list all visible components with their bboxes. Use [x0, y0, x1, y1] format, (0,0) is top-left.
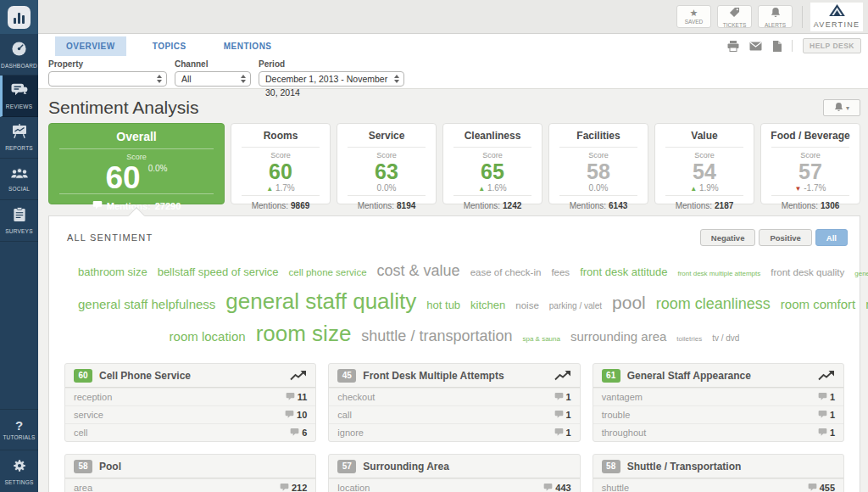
star-icon: ★	[690, 8, 698, 18]
cloud-term[interactable]: cost & value	[377, 262, 460, 279]
topic-card-header[interactable]: 58 Shuttle / Transportation	[593, 455, 843, 478]
score-card-overall[interactable]: Overall Score 60 0.0% Mentions: 27290	[48, 123, 225, 204]
topic-card-header[interactable]: 57 Surrounding Area	[329, 455, 579, 478]
topic-card-header[interactable]: 58 Pool	[65, 455, 315, 478]
score-badge: 61	[602, 369, 620, 383]
brand-logo[interactable]: AVERTINE	[810, 3, 863, 31]
score-card-food-beverage[interactable]: Food / Beverage Score 57 ▼ -1.7% Mention…	[760, 123, 860, 204]
help-desk-button[interactable]: HELP DESK	[803, 38, 861, 53]
property-select[interactable]	[48, 71, 167, 87]
term-count: 1	[566, 428, 571, 438]
cloud-term[interactable]: bellstaff speed of service	[158, 266, 279, 278]
question-mark-icon: ?	[15, 420, 23, 432]
score-label: Score	[231, 151, 330, 159]
cloud-term[interactable]: cell phone service	[289, 267, 367, 277]
cloud-term[interactable]: pool	[612, 293, 646, 312]
negative-filter-button[interactable]: Negative	[700, 229, 756, 246]
topic-term-row[interactable]: reception11	[65, 388, 315, 405]
sidebar-item-reviews[interactable]: REVIEWS	[0, 75, 38, 117]
sidebar: DASHBOARD REVIEWS REPORTS SOCIAL SURVEYS…	[0, 0, 38, 492]
print-icon[interactable]	[727, 41, 739, 52]
cloud-term[interactable]: general staff appearance	[854, 270, 868, 277]
score-card-facilities[interactable]: Facilities Score 58 0.0% Mentions:6143	[548, 123, 648, 204]
trend-sparkline-icon[interactable]	[554, 370, 571, 381]
topic-card-header[interactable]: 61 General Staff Appearance	[593, 364, 843, 388]
cloud-term[interactable]: surrounding area	[570, 329, 666, 344]
term-label: call	[337, 410, 352, 420]
topic-term-row[interactable]: ignore1	[329, 423, 579, 441]
topic-term-row[interactable]: service10	[65, 405, 315, 423]
cloud-term[interactable]: bathroom size	[78, 266, 147, 278]
topic-term-row[interactable]: call1	[329, 405, 579, 423]
tab-topics[interactable]: TOPICS	[142, 36, 198, 56]
positive-filter-button[interactable]: Positive	[759, 229, 811, 246]
cloud-term[interactable]: tv / dvd	[712, 333, 739, 343]
channel-select[interactable]: All	[175, 71, 251, 87]
topic-card-pool: 58 Pool area212	[64, 454, 316, 492]
cloud-term[interactable]: room size	[256, 321, 352, 346]
cloud-term[interactable]: hot tub	[426, 299, 460, 311]
export-file-icon[interactable]	[772, 41, 782, 52]
trend-sparkline-icon[interactable]	[290, 370, 307, 381]
sidebar-item-social[interactable]: SOCIAL	[0, 159, 38, 200]
score-card-rooms[interactable]: Rooms Score 60 ▲ 1.7% Mentions:9869	[231, 123, 331, 204]
cloud-term[interactable]: general staff quality	[225, 288, 416, 314]
score-change: 1.7%	[275, 183, 295, 193]
email-icon[interactable]	[749, 42, 762, 51]
term-label: checkout	[337, 392, 375, 402]
cloud-term[interactable]: toiletries	[676, 335, 702, 343]
cloud-term[interactable]: noise	[515, 300, 539, 310]
topic-term-row[interactable]: checkout1	[329, 388, 579, 405]
cloud-term[interactable]: kitchen	[470, 299, 505, 311]
brand-name: AVERTINE	[814, 20, 860, 29]
topic-term-row[interactable]: vantagem1	[593, 388, 843, 405]
topic-term-row[interactable]: throughout1	[593, 423, 843, 441]
sidebar-item-reports[interactable]: REPORTS	[0, 117, 38, 159]
topic-term-row[interactable]: location443	[329, 478, 579, 492]
cloud-term[interactable]: fees	[551, 267, 570, 277]
alerts-button[interactable]: ALERTS	[758, 5, 793, 28]
topic-term-row[interactable]: area212	[65, 478, 315, 492]
cloud-term[interactable]: room comfort	[781, 297, 855, 311]
tab-overview[interactable]: OVERVIEW	[55, 36, 126, 56]
score-card-value[interactable]: Value Score 54 ▲ 1.9% Mentions:2187	[654, 123, 754, 204]
topic-card-header[interactable]: 45 Front Desk Multiple Attempts	[329, 364, 579, 388]
sidebar-item-surveys[interactable]: SURVEYS	[0, 200, 38, 242]
cloud-term[interactable]: spa & sauna	[522, 335, 559, 343]
cloud-term[interactable]: general staff helpfulness	[78, 297, 215, 311]
score-label: Score	[655, 151, 754, 159]
score-value: 60	[106, 162, 141, 193]
app-logo[interactable]	[0, 0, 38, 34]
cloud-term[interactable]: room location	[170, 329, 246, 344]
score-card-service[interactable]: Service Score 63 0.0% Mentions:8194	[337, 123, 437, 204]
cloud-term[interactable]: shuttle / transportation	[361, 327, 512, 344]
stepper-icon	[241, 75, 246, 83]
card-title: Rooms	[231, 124, 330, 147]
cloud-term[interactable]: parking / valet	[549, 301, 602, 310]
cloud-term[interactable]: front desk quality	[771, 267, 844, 277]
score-card-cleanliness[interactable]: Cleanliness Score 65 ▲ 1.6% Mentions:124…	[442, 123, 542, 204]
cloud-term[interactable]: front desk multiple attempts	[677, 270, 760, 277]
trend-sparkline-icon[interactable]	[818, 370, 835, 381]
term-count: 1	[830, 392, 835, 402]
topic-card-header[interactable]: 60 Cell Phone Service	[65, 364, 315, 388]
all-filter-button[interactable]: All	[815, 229, 848, 246]
sidebar-item-settings[interactable]: SETTINGS	[0, 450, 38, 492]
alerts-dropdown-button[interactable]: ▾	[823, 99, 860, 116]
cloud-term[interactable]: ease of check-in	[470, 267, 542, 277]
score-change: -1.7%	[804, 183, 826, 193]
topic-term-row[interactable]: shuttle455	[593, 478, 843, 492]
tag-icon	[729, 6, 740, 21]
tab-mentions[interactable]: MENTIONS	[213, 36, 283, 56]
sidebar-item-dashboard[interactable]: DASHBOARD	[0, 34, 38, 75]
cloud-term[interactable]: front desk attitude	[580, 266, 667, 278]
cloud-term[interactable]: room cleanliness	[656, 295, 771, 312]
tickets-button[interactable]: TICKETS	[717, 5, 752, 28]
topic-term-row[interactable]: trouble1	[593, 405, 843, 423]
period-select[interactable]: December 1, 2013 - November 30, 2014	[259, 71, 404, 87]
mentions-count: 8194	[397, 201, 415, 210]
saved-button[interactable]: ★ SAVED	[676, 5, 711, 28]
sidebar-item-tutorials[interactable]: ? TUTORIALS	[0, 409, 38, 450]
brand-mark-icon	[829, 4, 845, 20]
topic-term-row[interactable]: cell6	[65, 423, 315, 441]
